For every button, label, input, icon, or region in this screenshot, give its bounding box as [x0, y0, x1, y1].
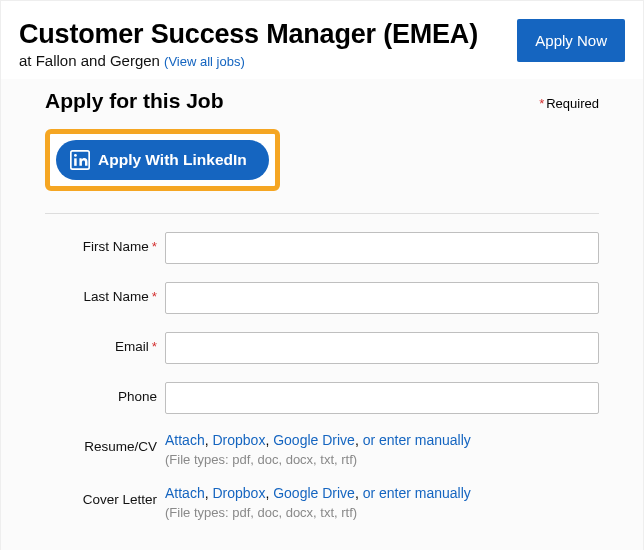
email-input[interactable] — [165, 332, 599, 364]
resume-gdrive-link[interactable]: Google Drive — [273, 432, 355, 448]
phone-label: Phone — [45, 382, 165, 404]
svg-rect-1 — [74, 158, 77, 166]
company-name: Fallon and Gergen — [36, 52, 160, 69]
cover-filetypes-hint: (File types: pdf, doc, docx, txt, rtf) — [165, 505, 599, 520]
linkedin-button-label: Apply With LinkedIn — [98, 151, 247, 169]
last-name-label: Last Name* — [45, 282, 165, 304]
form-title: Apply for this Job — [45, 89, 224, 113]
asterisk-icon: * — [152, 239, 157, 254]
title-block: Customer Success Manager (EMEA) at Fallo… — [19, 19, 517, 69]
cover-attach-options: Attach, Dropbox, Google Drive, or enter … — [165, 485, 599, 501]
resume-attach-link[interactable]: Attach — [165, 432, 205, 448]
cover-dropbox-link[interactable]: Dropbox — [212, 485, 265, 501]
view-all-jobs-link[interactable]: (View all jobs) — [164, 54, 245, 69]
header: Customer Success Manager (EMEA) at Fallo… — [1, 1, 643, 79]
job-subtitle: at Fallon and Gergen (View all jobs) — [19, 52, 517, 69]
job-application-page: Customer Success Manager (EMEA) at Fallo… — [0, 0, 644, 550]
resume-attach-options: Attach, Dropbox, Google Drive, or enter … — [165, 432, 599, 448]
asterisk-icon: * — [152, 289, 157, 304]
apply-with-linkedin-button[interactable]: Apply With LinkedIn — [56, 140, 269, 180]
last-name-row: Last Name* — [45, 282, 599, 314]
cover-attach-link[interactable]: Attach — [165, 485, 205, 501]
resume-filetypes-hint: (File types: pdf, doc, docx, txt, rtf) — [165, 452, 599, 467]
resume-row: Resume/CV Attach, Dropbox, Google Drive,… — [45, 432, 599, 467]
last-name-input[interactable] — [165, 282, 599, 314]
application-form: Apply for this Job *Required Apply With … — [19, 79, 625, 546]
phone-input[interactable] — [165, 382, 599, 414]
cover-manual-link[interactable]: or enter manually — [363, 485, 471, 501]
email-row: Email* — [45, 332, 599, 364]
linkedin-highlight: Apply With LinkedIn — [45, 129, 280, 191]
apply-now-button[interactable]: Apply Now — [517, 19, 625, 62]
resume-dropbox-link[interactable]: Dropbox — [212, 432, 265, 448]
asterisk-icon: * — [152, 339, 157, 354]
phone-row: Phone — [45, 382, 599, 414]
cover-gdrive-link[interactable]: Google Drive — [273, 485, 355, 501]
resume-label: Resume/CV — [45, 432, 165, 454]
at-prefix: at — [19, 52, 36, 69]
first-name-row: First Name* — [45, 232, 599, 264]
email-label: Email* — [45, 332, 165, 354]
cover-letter-row: Cover Letter Attach, Dropbox, Google Dri… — [45, 485, 599, 520]
job-title: Customer Success Manager (EMEA) — [19, 19, 517, 50]
divider — [45, 213, 599, 214]
svg-point-2 — [74, 154, 77, 157]
form-header: Apply for this Job *Required — [45, 79, 599, 113]
cover-letter-label: Cover Letter — [45, 485, 165, 507]
required-indicator: *Required — [539, 96, 599, 111]
first-name-input[interactable] — [165, 232, 599, 264]
first-name-label: First Name* — [45, 232, 165, 254]
resume-manual-link[interactable]: or enter manually — [363, 432, 471, 448]
asterisk-icon: * — [539, 96, 544, 111]
linkedin-icon — [70, 150, 90, 170]
